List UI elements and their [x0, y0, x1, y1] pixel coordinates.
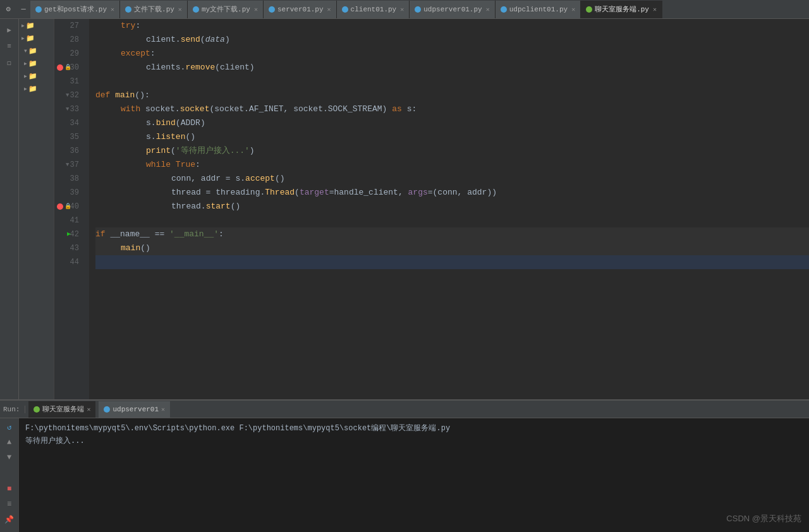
code-line-30: clients.remove(client): [95, 61, 809, 75]
line-number: ▼ 37: [54, 158, 84, 172]
run-restart-icon[interactable]: ↺: [3, 421, 16, 433]
code-line-37: while True:: [95, 158, 809, 172]
chevron-right-icon: ▶: [24, 61, 27, 66]
folder-icon: 📁: [28, 72, 37, 80]
folder-icon: 📁: [26, 21, 35, 30]
run-pin-icon[interactable]: 📌: [3, 513, 16, 526]
run-label: Run:: [3, 406, 25, 413]
chevron-right-icon: ▶: [21, 35, 25, 41]
chevron-down-icon: ▼: [24, 48, 27, 54]
run-tab-close[interactable]: ✕: [87, 406, 90, 413]
tab-close-icon[interactable]: ✕: [571, 6, 575, 13]
tab-file-icon: [193, 6, 199, 13]
tab-client01[interactable]: client01.py ✕: [337, 1, 410, 18]
line-number-breakpoint: 🔒 40: [54, 200, 84, 214]
run-controls: ↺ ▲ ▼ ■ ≡ 📌: [0, 418, 19, 532]
tab-file-icon: [586, 6, 592, 13]
line-number: 31: [54, 75, 84, 88]
tab-get-post[interactable]: get和post请求.py ✕: [30, 1, 120, 18]
run-scroll-up-icon[interactable]: ▲: [3, 436, 16, 449]
tab-file-icon: [35, 6, 42, 13]
tab-udpserver01[interactable]: udpserver01.py ✕: [410, 1, 495, 18]
file-tree-item[interactable]: ▶ 📁: [19, 32, 54, 44]
tab-server01[interactable]: server01.py ✕: [264, 1, 337, 18]
code-line-42: if __name__ == '__main__':: [95, 227, 809, 241]
tab-close-icon[interactable]: ✕: [254, 6, 258, 13]
tab-file-icon: [269, 6, 275, 13]
fold-icon: ▼: [66, 102, 69, 116]
line-number: 41: [54, 214, 84, 227]
file-tree-item[interactable]: ▶ 📁: [19, 82, 54, 95]
run-tab-udpserver01[interactable]: udpserver01 ✕: [99, 401, 170, 418]
run-settings-icon[interactable]: ≡: [3, 498, 16, 511]
tab-close-icon[interactable]: ✕: [178, 6, 182, 13]
folder-icon: 📁: [28, 47, 37, 55]
code-line-43: main(): [95, 241, 809, 255]
tab-bar: ⚙ — get和post请求.py ✕ 文件下载.py ✕ my文件下载.py …: [0, 0, 809, 19]
line-number-breakpoint: 🔒 30: [54, 61, 84, 75]
line-number: 34: [54, 116, 84, 130]
file-tree-item[interactable]: ▶ 📁: [19, 70, 54, 82]
chevron-right-icon: ▶: [24, 86, 27, 92]
tab-close-icon[interactable]: ✕: [400, 6, 404, 13]
code-line-29: except:: [95, 47, 809, 61]
chevron-right-icon: ▶: [24, 73, 27, 79]
code-line-44: [95, 255, 809, 269]
sidebar-project-icon[interactable]: ▶: [2, 22, 17, 37]
run-tab-close[interactable]: ✕: [161, 406, 165, 413]
run-tab-icon: [33, 406, 40, 413]
tab-file-download[interactable]: 文件下载.py ✕: [120, 1, 188, 18]
fold-icon: ▼: [66, 88, 69, 102]
minimize-icon[interactable]: —: [16, 3, 30, 16]
code-line-39: thread = threading.Thread(target=handle_…: [95, 186, 809, 200]
line-number: 35: [54, 130, 84, 144]
line-number: ▼ 32: [54, 88, 84, 102]
terminal-line-2: 等待用户接入...: [25, 435, 803, 447]
code-line-41: [95, 214, 809, 227]
gear-icon[interactable]: ⚙: [1, 3, 15, 16]
file-tree-item[interactable]: ▶ 📁: [19, 57, 54, 70]
watermark: CSDN @景天科技苑: [726, 513, 801, 524]
sidebar-icon-3[interactable]: ◻: [2, 55, 17, 70]
terminal-output[interactable]: F:\pythonitems\mypyqt5\.env\Scripts\pyth…: [19, 418, 809, 532]
code-line-36: print('等待用户接入...'): [95, 144, 809, 158]
line-number: ▼ 33: [54, 102, 84, 116]
line-number: 36: [54, 144, 84, 158]
sidebar-icon-2[interactable]: ≡: [2, 39, 17, 54]
code-line-34: s.bind(ADDR): [95, 116, 809, 130]
tab-file-icon: [342, 6, 348, 13]
line-number: ▶ 42: [54, 227, 84, 241]
run-arrow-icon: ▶: [67, 227, 71, 241]
line-number: 28: [54, 33, 84, 47]
run-scroll-down-icon[interactable]: ▼: [3, 451, 16, 464]
tab-close-icon[interactable]: ✕: [486, 6, 490, 13]
line-number: 43: [54, 241, 84, 255]
folder-icon: 📁: [28, 85, 37, 93]
code-line-40: thread.start(): [95, 200, 809, 214]
line-number: 44: [54, 255, 84, 269]
tab-file-icon: [501, 6, 507, 13]
file-tree-item[interactable]: ▶ 📁: [19, 19, 54, 32]
fold-icon: ▼: [66, 158, 69, 172]
bottom-panel: Run: 聊天室服务端 ✕ udpserver01 ✕ ↺ ▲ ▼ ■ ≡ 📌 …: [0, 399, 809, 532]
folder-icon: 📁: [28, 59, 37, 68]
run-tab-icon: [104, 406, 110, 413]
run-tab-bar: Run: 聊天室服务端 ✕ udpserver01 ✕: [0, 401, 809, 418]
tab-close-icon[interactable]: ✕: [111, 6, 114, 13]
line-number: 39: [54, 186, 84, 200]
folder-icon: 📁: [26, 34, 35, 42]
tab-chat-server[interactable]: 聊天室服务端.py ✕: [581, 1, 662, 18]
tab-file-icon: [415, 6, 421, 13]
file-tree-item[interactable]: ▼ 📁: [19, 44, 54, 57]
line-number: 27: [54, 19, 84, 33]
code-line-35: s.listen(): [95, 130, 809, 144]
tab-file-icon: [125, 6, 131, 13]
run-tab-chat-server[interactable]: 聊天室服务端 ✕: [28, 401, 95, 418]
line-number: 29: [54, 47, 84, 61]
run-stop-icon[interactable]: ■: [3, 483, 16, 495]
tab-my-file-download[interactable]: my文件下载.py ✕: [188, 1, 264, 18]
tab-close-icon[interactable]: ✕: [327, 6, 331, 13]
tab-close-icon[interactable]: ✕: [653, 6, 657, 13]
tab-udpclient01[interactable]: udpclient01.py ✕: [496, 1, 581, 18]
code-line-28: client.send(data): [95, 33, 809, 47]
